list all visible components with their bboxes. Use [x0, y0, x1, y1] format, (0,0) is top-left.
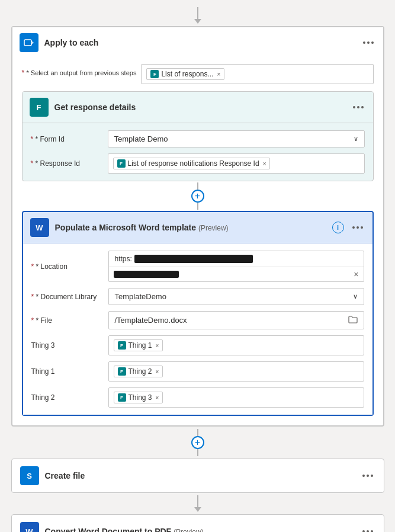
- location-input[interactable]: https: ×: [108, 251, 364, 282]
- plus-button[interactable]: +: [191, 190, 204, 203]
- get-response-title: Get response details: [54, 102, 345, 112]
- create-file-card: S Create file: [11, 459, 384, 493]
- convert-word-title: Convert Word Document to PDF (Preview): [45, 527, 354, 532]
- thing2-label: Thing 2: [31, 393, 102, 402]
- response-id-chip: F List of response notifications Respons…: [113, 158, 271, 169]
- loop-icon: [20, 33, 38, 52]
- plus-line-top: [197, 429, 198, 436]
- select-output-label: * * Select an output from previous steps: [22, 64, 137, 77]
- thing2-value: F Thing 3 ×: [108, 387, 364, 408]
- create-file-title: Create file: [45, 471, 354, 480]
- response-id-value: F List of response notifications Respons…: [108, 153, 365, 174]
- convert-word-menu[interactable]: [360, 528, 375, 532]
- thing1-row: Thing 1 F Thing 2 ×: [31, 361, 364, 382]
- response-id-row: * * Response Id F List of response notif…: [31, 153, 365, 174]
- forms-chip-icon: F: [150, 70, 159, 78]
- thing1-value: F Thing 2 ×: [108, 361, 364, 382]
- thing1-close[interactable]: ×: [156, 368, 159, 375]
- file-value: /TemplateDemo.docx: [108, 311, 364, 329]
- convert-word-card: W Convert Word Document to PDF (Preview): [11, 514, 384, 532]
- form-id-row: * * Form Id Template Demo ∨: [31, 130, 365, 148]
- doc-library-arrow: ∨: [353, 293, 358, 300]
- forms-icon: F: [30, 98, 49, 117]
- response-id-token-label: List of response notifications Response …: [128, 159, 259, 168]
- populate-word-card: W Populate a Microsoft Word template (Pr…: [22, 211, 374, 416]
- form-id-value: Template Demo ∨: [108, 130, 365, 148]
- thing2-input[interactable]: F Thing 3 ×: [108, 387, 364, 408]
- apply-each-header: Apply to each: [12, 27, 383, 58]
- thing1-chip-icon: F: [118, 367, 126, 376]
- thing3-label: Thing 3: [31, 341, 102, 350]
- populate-word-header: W Populate a Microsoft Word template (Pr…: [23, 212, 372, 243]
- thing2-token-label: Thing 3: [129, 393, 152, 402]
- file-input[interactable]: /TemplateDemo.docx: [108, 311, 364, 329]
- convert-preview-tag: (Preview): [174, 528, 204, 532]
- create-file-header: S Create file: [12, 459, 384, 492]
- thing3-chip: F Thing 1 ×: [114, 339, 163, 351]
- location-bottom: ×: [109, 267, 364, 281]
- get-response-body: * * Form Id Template Demo ∨ * * Respons: [23, 123, 373, 181]
- form-id-text: Template Demo: [114, 134, 168, 143]
- response-id-input[interactable]: F List of response notifications Respons…: [108, 153, 365, 174]
- thing3-close[interactable]: ×: [156, 342, 159, 349]
- doc-library-row: * * Document Library TemplateDemo ∨: [31, 288, 364, 305]
- folder-icon: [348, 315, 358, 325]
- thing3-input[interactable]: F Thing 1 ×: [108, 335, 364, 355]
- output-token-label: List of respons...: [161, 70, 213, 78]
- get-response-header: F Get response details: [23, 92, 373, 123]
- response-id-chip-icon: F: [117, 159, 126, 168]
- location-clear-btn[interactable]: ×: [354, 270, 358, 279]
- location-redacted-2: [114, 271, 179, 278]
- sharepoint-icon-1: S: [20, 466, 39, 485]
- form-id-label: * * Form Id: [31, 135, 102, 143]
- plus-bottom-line: [197, 203, 198, 210]
- output-token-chip: F List of respons... ×: [146, 68, 224, 80]
- populate-word-menu[interactable]: [350, 224, 365, 231]
- word-icon-convert: W: [20, 522, 39, 532]
- convert-word-header: W Convert Word Document to PDF (Preview): [12, 515, 384, 532]
- populate-word-title: Populate a Microsoft Word template (Prev…: [55, 223, 326, 232]
- plus-circle-btn[interactable]: +: [191, 436, 204, 449]
- thing1-input[interactable]: F Thing 2 ×: [108, 361, 364, 382]
- doc-library-dropdown[interactable]: TemplateDemo ∨: [108, 288, 364, 305]
- inner-plus-connector[interactable]: +: [22, 182, 374, 210]
- location-row: * * Location https: ×: [31, 251, 364, 282]
- thing2-chip: F Thing 3 ×: [114, 392, 163, 403]
- doc-library-value: TemplateDemo ∨: [108, 288, 364, 305]
- thing2-row: Thing 2 F Thing 3 ×: [31, 387, 364, 408]
- info-icon[interactable]: i: [332, 222, 344, 233]
- form-id-arrow: ∨: [354, 135, 358, 143]
- location-url-text: https:: [115, 255, 132, 263]
- top-arrow-connector: [194, 7, 201, 24]
- thing1-token-label: Thing 2: [129, 367, 152, 376]
- thing3-row: Thing 3 F Thing 1 ×: [31, 335, 364, 355]
- response-id-label: * * Response Id: [31, 159, 102, 168]
- thing1-label: Thing 1: [31, 367, 102, 376]
- thing3-value: F Thing 1 ×: [108, 335, 364, 355]
- populate-word-body: * * Location https: ×: [23, 243, 372, 415]
- apply-each-body: * * Select an output from previous steps…: [12, 58, 383, 425]
- plus-top-line: [197, 182, 198, 190]
- after-apply-each-plus[interactable]: +: [191, 429, 204, 456]
- select-output-input[interactable]: F List of respons... ×: [141, 64, 373, 84]
- plus-line-btm: [197, 449, 198, 456]
- thing2-close[interactable]: ×: [156, 395, 159, 401]
- thing2-chip-icon: F: [118, 393, 126, 402]
- apply-each-title: Apply to each: [44, 38, 355, 47]
- thing1-chip: F Thing 2 ×: [114, 366, 163, 377]
- get-response-menu[interactable]: [351, 104, 366, 111]
- arrow-connector-1: [194, 495, 201, 512]
- file-label: * * File: [31, 316, 102, 325]
- thing3-chip-icon: F: [118, 341, 126, 350]
- select-output-row: * * Select an output from previous steps…: [22, 64, 374, 84]
- file-path-text: /TemplateDemo.docx: [115, 316, 187, 325]
- apply-to-each-card: Apply to each * * Select an output from …: [11, 26, 384, 427]
- output-token-close[interactable]: ×: [217, 71, 220, 78]
- form-id-dropdown[interactable]: Template Demo ∨: [108, 130, 365, 148]
- word-icon: W: [30, 218, 49, 237]
- apply-each-menu[interactable]: [361, 39, 376, 46]
- get-response-details-card: F Get response details * * Form Id: [22, 91, 374, 181]
- preview-tag: (Preview): [198, 224, 229, 232]
- create-file-menu[interactable]: [360, 472, 375, 479]
- response-id-close[interactable]: ×: [263, 161, 266, 167]
